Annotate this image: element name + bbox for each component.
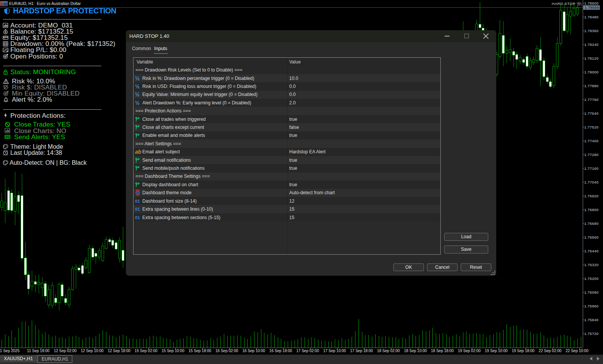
svg-text:1.75840: 1.75840 (584, 318, 599, 322)
svg-text:11 Sep 18:00: 11 Sep 18:00 (27, 349, 50, 353)
svg-text:1.78240: 1.78240 (584, 42, 599, 47)
svg-text:1.76200: 1.76200 (584, 276, 599, 281)
svg-text:12 Sep 02:00: 12 Sep 02:00 (54, 349, 77, 353)
svg-text:15 Sep 18:00: 15 Sep 18:00 (189, 349, 212, 353)
svg-text:19 Sep 10:00: 19 Sep 10:00 (485, 349, 508, 353)
svg-text:1.77880: 1.77880 (584, 84, 599, 88)
svg-text:HARD STOP: HARD STOP (552, 2, 575, 6)
svg-text:22 Sep 10:00: 22 Sep 10:00 (566, 349, 588, 353)
svg-text:17 Sep 02:00: 17 Sep 02:00 (296, 349, 319, 353)
svg-text:18 Sep 18:00: 18 Sep 18:00 (431, 349, 454, 353)
svg-text:1.76320: 1.76320 (584, 263, 599, 267)
svg-text:1.76440: 1.76440 (584, 249, 599, 253)
svg-text:22 Sep 02:00: 22 Sep 02:00 (539, 349, 562, 353)
svg-text:16 Sep 10:00: 16 Sep 10:00 (242, 349, 265, 353)
svg-text:19 Sep 02:00: 19 Sep 02:00 (458, 349, 481, 353)
svg-text:11 Sep 2025: 11 Sep 2025 (0, 349, 20, 353)
svg-text:1.78000: 1.78000 (584, 70, 599, 74)
svg-text:1.76560: 1.76560 (584, 235, 599, 239)
svg-text:12 Sep 10:00: 12 Sep 10:00 (81, 349, 104, 353)
svg-text:1.77520: 1.77520 (584, 125, 599, 129)
svg-text:1.77640: 1.77640 (584, 111, 599, 115)
svg-text:12 Sep 18:00: 12 Sep 18:00 (108, 349, 130, 353)
svg-text:16 Sep 18:00: 16 Sep 18:00 (269, 349, 292, 353)
svg-text:18 Sep 10:00: 18 Sep 10:00 (404, 349, 427, 353)
svg-text:19 Sep 18:00: 19 Sep 18:00 (512, 349, 535, 353)
svg-text:1.77040: 1.77040 (584, 180, 599, 184)
svg-text:1.77160: 1.77160 (584, 166, 599, 171)
svg-text:1.76080: 1.76080 (584, 290, 599, 294)
svg-text:15 Sep 02:00: 15 Sep 02:00 (135, 349, 158, 353)
svg-text:16 Sep 02:00: 16 Sep 02:00 (215, 349, 238, 353)
svg-text:1.75720: 1.75720 (584, 332, 599, 336)
svg-text:1.76680: 1.76680 (584, 221, 599, 226)
svg-text:18 Sep 02:00: 18 Sep 02:00 (377, 349, 400, 353)
svg-text:1.77400: 1.77400 (584, 139, 599, 143)
svg-text:17 Sep 18:00: 17 Sep 18:00 (350, 349, 373, 353)
svg-text:1.78480: 1.78480 (584, 15, 599, 19)
svg-text:17 Sep 10:00: 17 Sep 10:00 (323, 349, 346, 353)
svg-text:15 Sep 10:00: 15 Sep 10:00 (161, 349, 184, 353)
svg-text:1.76920: 1.76920 (584, 194, 599, 198)
svg-text:1.76800: 1.76800 (584, 208, 599, 212)
svg-text:1.77280: 1.77280 (584, 153, 599, 157)
svg-text:1.78120: 1.78120 (584, 56, 599, 60)
svg-text:1.77760: 1.77760 (584, 98, 599, 102)
svg-text:$: $ (5, 30, 7, 34)
svg-text:1.78600: 1.78600 (584, 1, 599, 5)
svg-text:1.78360: 1.78360 (584, 29, 599, 33)
svg-text:1.78569: 1.78569 (585, 5, 599, 10)
svg-text:1.75960: 1.75960 (584, 304, 599, 308)
